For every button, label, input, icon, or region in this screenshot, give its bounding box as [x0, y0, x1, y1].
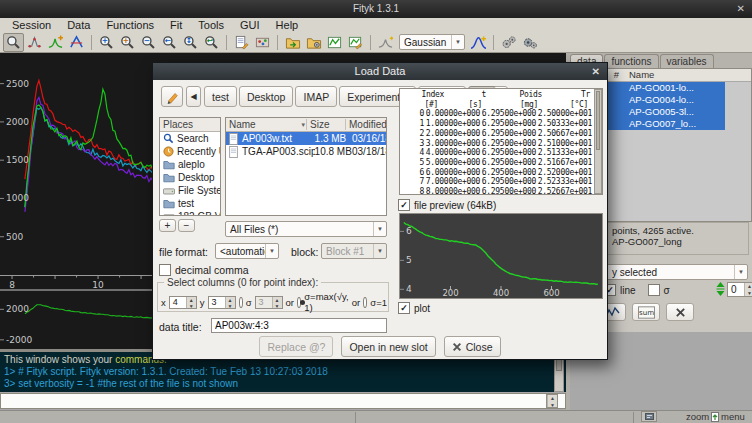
close-button[interactable]: Close — [444, 336, 501, 357]
sigma-max-radio[interactable] — [297, 297, 301, 308]
zoom-left-button[interactable]: ← — [159, 33, 180, 52]
data-edit-button[interactable] — [345, 33, 366, 52]
file-icon — [228, 133, 239, 145]
data-sum-button[interactable]: sum — [632, 303, 660, 321]
open-in-new-slot-button[interactable]: Open in new slot — [341, 336, 435, 357]
data-title-input[interactable] — [211, 318, 387, 333]
select-columns-legend: Select columns (0 for point index): — [164, 277, 321, 288]
places-pane[interactable]: Places SearchRecently U...aleploDesktopF… — [159, 117, 221, 216]
add-place-button[interactable]: + — [159, 219, 176, 232]
decimal-comma-row: decimal comma — [159, 264, 249, 276]
block-select: Block #1▼ — [321, 243, 387, 259]
toolbar-separator — [493, 35, 494, 50]
menu-data[interactable]: Data — [59, 19, 98, 31]
auto-add-peak-button[interactable]: ✦ — [375, 33, 396, 52]
toolbar-separator — [370, 35, 371, 50]
search-icon — [163, 133, 174, 144]
x-column-spinner[interactable]: 4▲▼ — [169, 296, 197, 309]
plot-checkbox[interactable]: ✓ — [398, 302, 410, 314]
delete-data-button[interactable] — [666, 303, 694, 321]
tab-functions[interactable]: functions — [604, 54, 658, 68]
file-list-pane[interactable]: Name ▼ Size Modified AP003w.txt1.3 MB03/… — [225, 117, 387, 216]
place-item[interactable]: Search — [160, 132, 220, 145]
zoom-previous-button[interactable]: ↩ — [201, 33, 222, 52]
run-script-button[interactable] — [303, 33, 324, 52]
colors-button[interactable] — [252, 33, 273, 52]
data-range-mode-button[interactable] — [24, 33, 45, 52]
zoom-out-button[interactable]: − — [138, 33, 159, 52]
menu-tools[interactable]: Tools — [190, 19, 232, 31]
load-data-dialog: Load Data ✕ ◀ testDesktopIMAPExperimenta… — [152, 62, 608, 360]
path-test-button[interactable]: test — [204, 86, 237, 107]
file-row[interactable]: AP003w.txt1.3 MB03/16/18 — [226, 132, 386, 145]
decimal-comma-checkbox[interactable] — [159, 264, 171, 276]
folder-icon — [163, 198, 175, 209]
place-item[interactable]: 182 GB Vol... — [160, 210, 220, 216]
fityk-window: Fityk 1.3.1 ✕ SessionDataFunctionsFitToo… — [0, 0, 752, 423]
place-item[interactable]: test — [160, 197, 220, 210]
file-preview-label: file preview (64kB) — [414, 200, 496, 211]
status-toggle-button[interactable] — [641, 411, 657, 422]
file-row[interactable]: TGA-AP003.sciprj10.8 MB03/18/18 — [226, 145, 386, 158]
sigma-label: σ — [664, 285, 670, 296]
window-close-button[interactable]: ✕ — [737, 0, 745, 18]
place-item[interactable]: File System — [160, 184, 220, 197]
zoom-in-button[interactable]: + — [96, 33, 117, 52]
sigma-column-radio[interactable] — [239, 297, 243, 308]
menu-help[interactable]: Help — [268, 19, 307, 31]
remove-place-button[interactable]: − — [178, 219, 195, 232]
svg-text:1500: 1500 — [6, 155, 29, 165]
path-imap-button[interactable]: IMAP — [295, 86, 337, 107]
y-column-spinner[interactable]: 3▲▼ — [208, 296, 236, 309]
menu-functions[interactable]: Functions — [98, 19, 162, 31]
dialog-close-button[interactable]: ✕ — [592, 63, 600, 80]
sidebar-buttons: sum — [598, 303, 694, 321]
zoom-in-horizontal-button[interactable]: + — [117, 33, 138, 52]
open-file-button[interactable] — [282, 33, 303, 52]
toolbar: ++−←↕↩✦Gaussian▼ — [0, 32, 752, 53]
menu-gui[interactable]: GUI — [232, 19, 268, 31]
width-mode-button[interactable] — [66, 33, 87, 52]
file-format-select[interactable]: <automatic>▼ — [215, 243, 279, 259]
type-location-button[interactable] — [161, 86, 183, 107]
menu-session[interactable]: Session — [4, 19, 59, 31]
col-file-modified[interactable]: Modified — [345, 119, 383, 130]
window-title: Fityk 1.3.1 — [353, 3, 399, 14]
preview-table-scrollbar[interactable] — [594, 89, 602, 194]
zoom-vertical-button[interactable]: ↕ — [180, 33, 201, 52]
zoom-mode-button[interactable] — [3, 33, 24, 52]
command-input[interactable] — [0, 393, 566, 409]
add-function-button[interactable] — [468, 33, 489, 52]
window-titlebar: Fityk 1.3.1 ✕ — [0, 0, 752, 18]
preview-table-pane[interactable]: Index t Poids Tr [#] [s] [mg] [°C] 00.00… — [399, 88, 603, 195]
place-item[interactable]: Recently U... — [160, 145, 220, 158]
col-file-name[interactable]: Name — [229, 119, 256, 130]
tab-variables[interactable]: variables — [660, 54, 714, 68]
sigma-checkbox[interactable] — [648, 284, 660, 296]
svg-text:+: + — [123, 36, 129, 45]
path-desktop-button[interactable]: Desktop — [239, 86, 294, 107]
place-item[interactable]: aleplo — [160, 158, 220, 171]
svg-text:2500: 2500 — [6, 79, 29, 89]
sigma-one-radio[interactable] — [363, 297, 367, 308]
folder-icon — [163, 172, 175, 183]
peak-type-select[interactable]: Gaussian▼ — [399, 34, 465, 50]
plot-checkbox-label: plot — [414, 303, 430, 314]
data-view-button[interactable] — [324, 33, 345, 52]
add-peak-mode-button[interactable] — [45, 33, 66, 52]
fit-options-button[interactable] — [519, 33, 540, 52]
log-window-button[interactable] — [231, 33, 252, 52]
menu-fit[interactable]: Fit — [162, 19, 190, 31]
fit-run-button[interactable] — [498, 33, 519, 52]
col-file-size[interactable]: Size — [306, 119, 345, 130]
place-item[interactable]: Desktop — [160, 171, 220, 184]
svg-text:5: 5 — [406, 255, 412, 265]
path-back-button[interactable]: ◀ — [186, 86, 201, 107]
point-size-spinner[interactable]: 0▲▼ — [727, 282, 752, 297]
or-label-2: or — [352, 297, 360, 308]
places-items: SearchRecently U...aleploDesktopFile Sys… — [160, 132, 220, 216]
clock-icon — [163, 146, 174, 157]
file-filter-select[interactable]: All Files (*)▼ — [225, 221, 387, 237]
file-preview-checkbox[interactable]: ✓ — [398, 199, 410, 211]
command-history-spinner[interactable]: ▲▼ — [546, 394, 558, 408]
